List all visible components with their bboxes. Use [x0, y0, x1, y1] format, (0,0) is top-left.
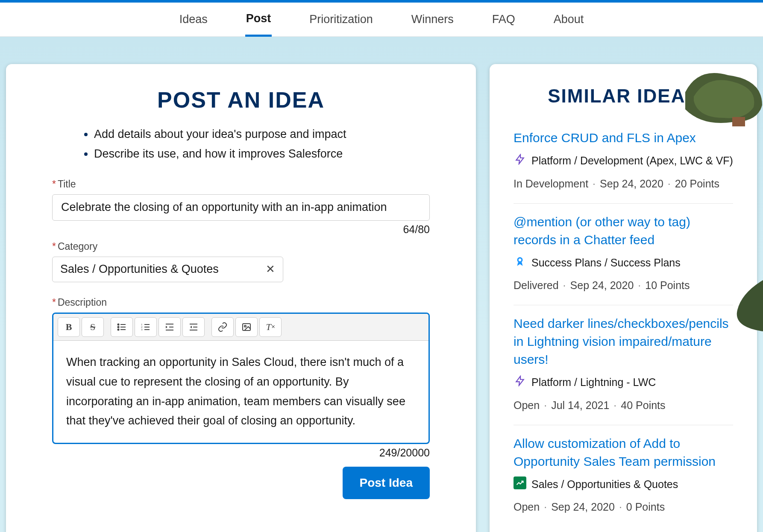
- chart-icon: [514, 476, 526, 489]
- post-idea-card: POST AN IDEA Add details about your idea…: [6, 64, 476, 532]
- post-heading: POST AN IDEA: [52, 87, 430, 113]
- indent-button[interactable]: [158, 317, 181, 337]
- similar-meta: Open·Sep 24, 2020·0 Points: [514, 498, 733, 515]
- nav-winners[interactable]: Winners: [411, 3, 455, 35]
- editor-toolbar: B S 123: [53, 314, 428, 341]
- svg-point-22: [519, 258, 522, 261]
- similar-link[interactable]: Need darker lines/checkboxes/pencils in …: [514, 315, 733, 368]
- similar-item: Enforce CRUD and FLS in Apex Platform / …: [514, 120, 733, 204]
- similar-category: Success Plans / Success Plans: [531, 255, 681, 271]
- similar-category: Sales / Opportunities & Quotes: [531, 476, 678, 493]
- svg-point-5: [118, 329, 119, 330]
- number-list-button[interactable]: 123: [135, 317, 157, 337]
- outdent-button[interactable]: [182, 317, 205, 337]
- bold-button[interactable]: B: [58, 317, 80, 337]
- page-body: POST AN IDEA Add details about your idea…: [0, 37, 763, 532]
- nav-prioritization[interactable]: Prioritization: [308, 3, 374, 35]
- similar-ideas-card: SIMILAR IDEAS Enforce CRUD and FLS in Ap…: [490, 64, 757, 532]
- description-textarea[interactable]: When tracking an opportunity in Sales Cl…: [53, 341, 428, 443]
- rich-text-editor: B S 123: [52, 313, 430, 444]
- svg-point-3: [118, 326, 119, 327]
- title-label: *Title: [52, 178, 430, 190]
- remove-category-icon[interactable]: ✕: [266, 263, 275, 276]
- similar-item: Need darker lines/checkboxes/pencils in …: [514, 305, 733, 425]
- nav-ideas[interactable]: Ideas: [179, 3, 208, 35]
- title-input[interactable]: [52, 194, 430, 221]
- svg-point-1: [118, 324, 119, 325]
- similar-category: Platform / Development (Apex, LWC & VF): [531, 153, 733, 169]
- leaf-decoration: [729, 280, 763, 331]
- similar-meta: Delivered·Sep 24, 2020·10 Points: [514, 277, 733, 294]
- ribbon-icon: [514, 255, 526, 268]
- svg-text:3: 3: [141, 328, 143, 331]
- nav-about[interactable]: About: [553, 3, 585, 35]
- bullet-list-button[interactable]: [111, 317, 133, 337]
- description-label: *Description: [52, 297, 430, 308]
- category-chip[interactable]: Sales / Opportunities & Quotes ✕: [52, 257, 283, 282]
- strike-button[interactable]: S: [82, 317, 104, 337]
- similar-link[interactable]: Allow customization of Add to Opportunit…: [514, 435, 733, 471]
- bolt-icon: [514, 374, 526, 387]
- top-nav: Ideas Post Prioritization Winners FAQ Ab…: [0, 0, 763, 37]
- category-chip-label: Sales / Opportunities & Quotes: [60, 263, 219, 276]
- similar-item: @mention (or other way to tag) records i…: [514, 204, 733, 306]
- tip-item: Describe its use, and how it improves Sa…: [94, 144, 430, 164]
- tip-item: Add details about your idea's purpose an…: [94, 125, 430, 144]
- bolt-icon: [514, 153, 526, 166]
- nav-faq[interactable]: FAQ: [491, 3, 516, 35]
- similar-category: Platform / Lightning - LWC: [531, 374, 656, 391]
- nav-post[interactable]: Post: [245, 3, 272, 37]
- tips-list: Add details about your idea's purpose an…: [94, 125, 430, 164]
- similar-link[interactable]: Enforce CRUD and FLS in Apex: [514, 129, 733, 147]
- category-label: *Category: [52, 241, 430, 252]
- image-button[interactable]: [235, 317, 258, 337]
- similar-link[interactable]: @mention (or other way to tag) records i…: [514, 213, 733, 249]
- link-button[interactable]: [211, 317, 234, 337]
- similar-item: Allow customization of Add to Opportunit…: [514, 425, 733, 527]
- title-counter: 64/80: [52, 223, 430, 236]
- tree-decoration: [668, 67, 763, 126]
- similar-meta: Open·Jul 14, 2021·40 Points: [514, 397, 733, 414]
- description-counter: 249/20000: [52, 447, 430, 459]
- svg-rect-0: [732, 117, 745, 126]
- svg-point-20: [244, 325, 246, 327]
- post-idea-button[interactable]: Post Idea: [343, 467, 430, 499]
- similar-meta: In Development·Sep 24, 2020·20 Points: [514, 175, 733, 192]
- clear-format-button[interactable]: T✕: [259, 317, 282, 337]
